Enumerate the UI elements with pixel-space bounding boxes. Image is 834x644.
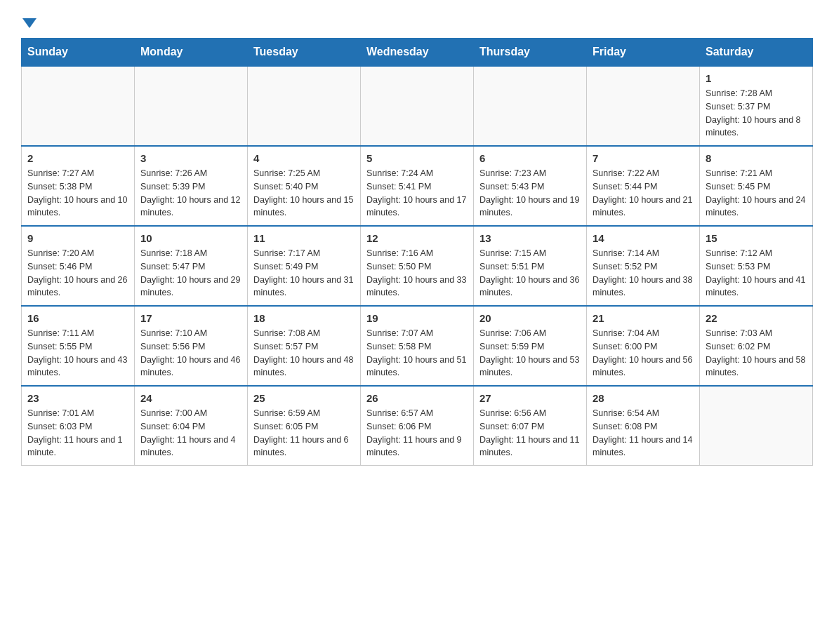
calendar-week-row: 1Sunrise: 7:28 AM Sunset: 5:37 PM Daylig… <box>22 66 813 146</box>
calendar-week-row: 9Sunrise: 7:20 AM Sunset: 5:46 PM Daylig… <box>22 226 813 306</box>
calendar-cell: 10Sunrise: 7:18 AM Sunset: 5:47 PM Dayli… <box>135 226 248 306</box>
day-header-monday: Monday <box>135 39 248 67</box>
calendar-cell: 28Sunrise: 6:54 AM Sunset: 6:08 PM Dayli… <box>587 386 700 466</box>
calendar-cell: 20Sunrise: 7:06 AM Sunset: 5:59 PM Dayli… <box>474 306 587 386</box>
day-number: 22 <box>706 312 807 324</box>
calendar-cell: 1Sunrise: 7:28 AM Sunset: 5:37 PM Daylig… <box>700 66 813 146</box>
day-info: Sunrise: 7:18 AM Sunset: 5:47 PM Dayligh… <box>140 247 241 300</box>
day-info: Sunrise: 7:15 AM Sunset: 5:51 PM Dayligh… <box>479 247 581 300</box>
day-number: 10 <box>140 232 241 244</box>
day-number: 18 <box>253 312 355 324</box>
calendar-cell <box>135 66 248 146</box>
day-info: Sunrise: 7:16 AM Sunset: 5:50 PM Dayligh… <box>366 247 468 300</box>
calendar-cell: 15Sunrise: 7:12 AM Sunset: 5:53 PM Dayli… <box>700 226 813 306</box>
day-header-tuesday: Tuesday <box>248 39 361 67</box>
logo <box>21 14 37 31</box>
day-number: 15 <box>706 232 807 244</box>
day-info: Sunrise: 7:21 AM Sunset: 5:45 PM Dayligh… <box>706 167 807 220</box>
day-number: 12 <box>366 232 468 244</box>
calendar-cell: 11Sunrise: 7:17 AM Sunset: 5:49 PM Dayli… <box>248 226 361 306</box>
day-info: Sunrise: 7:12 AM Sunset: 5:53 PM Dayligh… <box>706 247 807 300</box>
day-number: 5 <box>366 152 468 164</box>
day-number: 20 <box>479 312 581 324</box>
calendar-cell: 17Sunrise: 7:10 AM Sunset: 5:56 PM Dayli… <box>135 306 248 386</box>
day-info: Sunrise: 7:17 AM Sunset: 5:49 PM Dayligh… <box>253 247 355 300</box>
calendar-header-row: SundayMondayTuesdayWednesdayThursdayFrid… <box>22 39 813 67</box>
day-info: Sunrise: 7:04 AM Sunset: 6:00 PM Dayligh… <box>593 327 694 380</box>
day-number: 14 <box>593 232 694 244</box>
calendar-cell <box>22 66 135 146</box>
day-number: 27 <box>479 392 581 404</box>
calendar-cell: 3Sunrise: 7:26 AM Sunset: 5:39 PM Daylig… <box>135 146 248 226</box>
calendar-cell <box>361 66 474 146</box>
calendar-cell: 6Sunrise: 7:23 AM Sunset: 5:43 PM Daylig… <box>474 146 587 226</box>
day-info: Sunrise: 7:08 AM Sunset: 5:57 PM Dayligh… <box>253 327 355 380</box>
day-header-wednesday: Wednesday <box>361 39 474 67</box>
day-info: Sunrise: 7:28 AM Sunset: 5:37 PM Dayligh… <box>706 87 807 140</box>
day-info: Sunrise: 7:11 AM Sunset: 5:55 PM Dayligh… <box>27 327 128 380</box>
day-number: 9 <box>27 232 128 244</box>
day-number: 28 <box>593 392 694 404</box>
day-info: Sunrise: 7:27 AM Sunset: 5:38 PM Dayligh… <box>27 167 128 220</box>
calendar-cell: 25Sunrise: 6:59 AM Sunset: 6:05 PM Dayli… <box>248 386 361 466</box>
day-info: Sunrise: 7:00 AM Sunset: 6:04 PM Dayligh… <box>140 407 241 459</box>
calendar-cell: 12Sunrise: 7:16 AM Sunset: 5:50 PM Dayli… <box>361 226 474 306</box>
day-number: 17 <box>140 312 241 324</box>
day-header-sunday: Sunday <box>22 39 135 67</box>
day-header-saturday: Saturday <box>700 39 813 67</box>
day-number: 11 <box>253 232 355 244</box>
day-number: 6 <box>479 152 581 164</box>
day-number: 1 <box>706 72 807 84</box>
calendar-cell <box>474 66 587 146</box>
calendar-cell: 19Sunrise: 7:07 AM Sunset: 5:58 PM Dayli… <box>361 306 474 386</box>
day-info: Sunrise: 7:06 AM Sunset: 5:59 PM Dayligh… <box>479 327 581 380</box>
calendar-cell: 4Sunrise: 7:25 AM Sunset: 5:40 PM Daylig… <box>248 146 361 226</box>
day-number: 3 <box>140 152 241 164</box>
day-header-thursday: Thursday <box>474 39 587 67</box>
calendar-cell <box>248 66 361 146</box>
day-info: Sunrise: 7:07 AM Sunset: 5:58 PM Dayligh… <box>366 327 468 380</box>
day-number: 4 <box>253 152 355 164</box>
calendar-cell: 21Sunrise: 7:04 AM Sunset: 6:00 PM Dayli… <box>587 306 700 386</box>
day-number: 7 <box>593 152 694 164</box>
day-number: 25 <box>253 392 355 404</box>
calendar-cell: 16Sunrise: 7:11 AM Sunset: 5:55 PM Dayli… <box>22 306 135 386</box>
calendar-cell: 26Sunrise: 6:57 AM Sunset: 6:06 PM Dayli… <box>361 386 474 466</box>
day-number: 16 <box>27 312 128 324</box>
calendar-cell: 27Sunrise: 6:56 AM Sunset: 6:07 PM Dayli… <box>474 386 587 466</box>
calendar-cell: 2Sunrise: 7:27 AM Sunset: 5:38 PM Daylig… <box>22 146 135 226</box>
day-info: Sunrise: 7:14 AM Sunset: 5:52 PM Dayligh… <box>593 247 694 300</box>
day-number: 8 <box>706 152 807 164</box>
day-info: Sunrise: 7:22 AM Sunset: 5:44 PM Dayligh… <box>593 167 694 220</box>
calendar-cell: 22Sunrise: 7:03 AM Sunset: 6:02 PM Dayli… <box>700 306 813 386</box>
calendar-cell: 23Sunrise: 7:01 AM Sunset: 6:03 PM Dayli… <box>22 386 135 466</box>
day-info: Sunrise: 7:01 AM Sunset: 6:03 PM Dayligh… <box>27 407 128 459</box>
calendar-cell: 9Sunrise: 7:20 AM Sunset: 5:46 PM Daylig… <box>22 226 135 306</box>
calendar-cell: 8Sunrise: 7:21 AM Sunset: 5:45 PM Daylig… <box>700 146 813 226</box>
day-number: 23 <box>27 392 128 404</box>
calendar-week-row: 23Sunrise: 7:01 AM Sunset: 6:03 PM Dayli… <box>22 386 813 466</box>
day-info: Sunrise: 6:59 AM Sunset: 6:05 PM Dayligh… <box>253 407 355 459</box>
day-number: 21 <box>593 312 694 324</box>
day-number: 13 <box>479 232 581 244</box>
day-info: Sunrise: 7:23 AM Sunset: 5:43 PM Dayligh… <box>479 167 581 220</box>
day-info: Sunrise: 6:56 AM Sunset: 6:07 PM Dayligh… <box>479 407 581 459</box>
calendar-cell: 13Sunrise: 7:15 AM Sunset: 5:51 PM Dayli… <box>474 226 587 306</box>
calendar-cell: 24Sunrise: 7:00 AM Sunset: 6:04 PM Dayli… <box>135 386 248 466</box>
day-info: Sunrise: 7:10 AM Sunset: 5:56 PM Dayligh… <box>140 327 241 380</box>
page-header <box>21 14 813 31</box>
day-header-friday: Friday <box>587 39 700 67</box>
day-number: 24 <box>140 392 241 404</box>
day-info: Sunrise: 6:54 AM Sunset: 6:08 PM Dayligh… <box>593 407 694 459</box>
day-info: Sunrise: 7:25 AM Sunset: 5:40 PM Dayligh… <box>253 167 355 220</box>
calendar-week-row: 2Sunrise: 7:27 AM Sunset: 5:38 PM Daylig… <box>22 146 813 226</box>
day-info: Sunrise: 7:03 AM Sunset: 6:02 PM Dayligh… <box>706 327 807 380</box>
day-info: Sunrise: 7:26 AM Sunset: 5:39 PM Dayligh… <box>140 167 241 220</box>
day-number: 19 <box>366 312 468 324</box>
logo-triangle-icon <box>22 18 37 28</box>
calendar-cell: 18Sunrise: 7:08 AM Sunset: 5:57 PM Dayli… <box>248 306 361 386</box>
day-info: Sunrise: 7:24 AM Sunset: 5:41 PM Dayligh… <box>366 167 468 220</box>
calendar-cell <box>587 66 700 146</box>
calendar-cell: 5Sunrise: 7:24 AM Sunset: 5:41 PM Daylig… <box>361 146 474 226</box>
calendar-table: SundayMondayTuesdayWednesdayThursdayFrid… <box>21 38 813 466</box>
